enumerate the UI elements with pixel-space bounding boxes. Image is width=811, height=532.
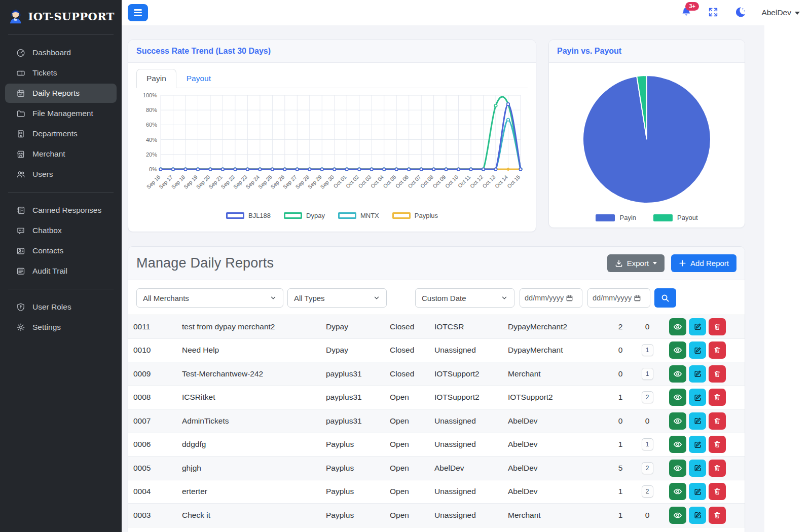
report-count: 1 (608, 393, 633, 402)
unread-count-box: 1 (642, 438, 653, 450)
delete-report-button[interactable] (709, 389, 726, 406)
report-status: Open (390, 393, 434, 402)
add-report-button[interactable]: Add Report (671, 254, 736, 272)
export-button[interactable]: Export (607, 254, 665, 272)
dark-mode-toggle[interactable] (734, 6, 746, 20)
payin-payout-pie-chart (574, 67, 719, 212)
date-mode-select[interactable]: Custom Date (415, 288, 514, 308)
report-assigned-to: Unassigned (434, 487, 508, 496)
unread-count-box: 1 (642, 368, 653, 380)
report-status: Closed (390, 369, 434, 378)
sidebar-item-settings[interactable]: Settings (5, 318, 117, 337)
report-subject: erterter (182, 487, 326, 496)
unread-count-box: 2 (642, 485, 653, 498)
edit-report-button[interactable] (689, 341, 706, 359)
tab-payout[interactable]: Payout (176, 69, 221, 88)
reports-table: 0011 test from dypay merchant2 Dypay Clo… (128, 315, 745, 527)
svg-text:Oct 04: Oct 04 (370, 174, 385, 189)
journal-icon (16, 206, 25, 215)
sidebar-toggle-button[interactable] (128, 4, 148, 21)
legend-item-payplus[interactable]: Payplus (392, 212, 438, 219)
view-report-button[interactable] (669, 365, 686, 383)
notifications-button[interactable]: 3+ (680, 6, 692, 20)
sidebar-item-canned-responses[interactable]: Canned Responses (5, 201, 117, 220)
view-report-button[interactable] (669, 507, 686, 524)
edit-pencil-icon (693, 346, 702, 355)
gear-icon (16, 323, 25, 332)
delete-report-button[interactable] (709, 365, 726, 383)
delete-report-button[interactable] (709, 318, 726, 335)
edit-report-button[interactable] (689, 365, 706, 383)
report-unread-count: 2 (633, 391, 662, 403)
legend-item-mntx[interactable]: MNTX (338, 212, 379, 219)
svg-text:100%: 100% (143, 92, 157, 98)
sidebar-item-merchant[interactable]: Merchant (5, 144, 117, 164)
report-subject: ghjgh (182, 464, 326, 473)
fullscreen-button[interactable] (708, 7, 719, 19)
line-chart-legend: BJL188DypayMNTXPayplus (136, 212, 528, 219)
delete-report-button[interactable] (709, 412, 726, 430)
edit-report-button[interactable] (689, 507, 706, 524)
trend-tabs: Payin Payout (136, 69, 528, 88)
date-to-input[interactable]: dd/mm/yyyy (587, 288, 650, 308)
sidebar-item-audit-trail[interactable]: Audit Trail (5, 261, 117, 281)
sidebar-item-chatbox[interactable]: Chatbox (5, 221, 117, 240)
legend-item-dypay[interactable]: Dypay (284, 212, 325, 219)
report-merchant: Payplus (326, 464, 390, 473)
delete-report-button[interactable] (709, 483, 726, 500)
sidebar: IOT-SUPPORT DashboardTicketsDaily Report… (0, 0, 122, 532)
edit-report-button[interactable] (689, 460, 706, 477)
calendar-check-icon (16, 89, 25, 98)
date-from-input[interactable]: dd/mm/yyyy (520, 288, 582, 308)
delete-report-button[interactable] (709, 341, 726, 359)
svg-text:Oct 01: Oct 01 (332, 174, 347, 189)
report-merchant: Payplus (326, 487, 390, 496)
tab-payin[interactable]: Payin (136, 69, 176, 88)
report-created-by: Merchant (508, 511, 608, 520)
legend-item-payin[interactable]: Payin (596, 214, 636, 221)
delete-report-button[interactable] (709, 460, 726, 477)
merchant-filter-select[interactable]: All Merchants (136, 288, 283, 308)
sidebar-item-departments[interactable]: Departments (5, 124, 117, 143)
delete-report-button[interactable] (709, 436, 726, 453)
trash-icon (713, 417, 721, 425)
svg-text:Oct 10: Oct 10 (444, 174, 459, 189)
view-report-button[interactable] (669, 341, 686, 359)
view-report-button[interactable] (669, 412, 686, 430)
svg-text:80%: 80% (146, 107, 157, 113)
pie-card-title: Payin vs. Payout (549, 40, 745, 63)
user-menu[interactable]: AbelDev (761, 8, 800, 17)
type-filter-select[interactable]: All Types (287, 288, 387, 308)
view-report-button[interactable] (669, 460, 686, 477)
svg-text:Oct 12: Oct 12 (469, 174, 484, 189)
sidebar-item-tickets[interactable]: Tickets (5, 63, 117, 83)
unread-count-box: 2 (642, 462, 653, 474)
view-report-button[interactable] (669, 389, 686, 406)
edit-report-button[interactable] (689, 483, 706, 500)
sidebar-item-dashboard[interactable]: Dashboard (5, 43, 117, 62)
edit-report-button[interactable] (689, 318, 706, 335)
legend-item-bjl188[interactable]: BJL188 (226, 212, 271, 219)
users-icon (16, 170, 25, 179)
sidebar-item-file-management[interactable]: File Management (5, 104, 117, 123)
view-report-button[interactable] (669, 318, 686, 335)
delete-report-button[interactable] (709, 507, 726, 524)
sidebar-item-contacts[interactable]: Contacts (5, 241, 117, 260)
search-button[interactable] (654, 288, 676, 308)
table-row: 0005 ghjgh Payplus Open AbelDev AbelDev … (128, 457, 745, 480)
edit-report-button[interactable] (689, 389, 706, 406)
sidebar-item-user-roles[interactable]: User Roles (5, 297, 117, 317)
edit-report-button[interactable] (689, 436, 706, 453)
view-report-button[interactable] (669, 436, 686, 453)
hamburger-icon (134, 9, 142, 16)
eye-icon (673, 369, 682, 378)
view-report-button[interactable] (669, 483, 686, 500)
report-unread-count: 0 (633, 322, 662, 331)
edit-report-button[interactable] (689, 412, 706, 430)
success-rate-trend-card: Success Rate Trend (Last 30 Days) Payin … (128, 40, 536, 232)
sidebar-item-daily-reports[interactable]: Daily Reports (5, 84, 117, 103)
legend-item-payout[interactable]: Payout (653, 214, 697, 221)
edit-pencil-icon (693, 369, 702, 378)
report-subject: test from dypay merchant2 (182, 322, 326, 331)
sidebar-item-users[interactable]: Users (5, 165, 117, 184)
